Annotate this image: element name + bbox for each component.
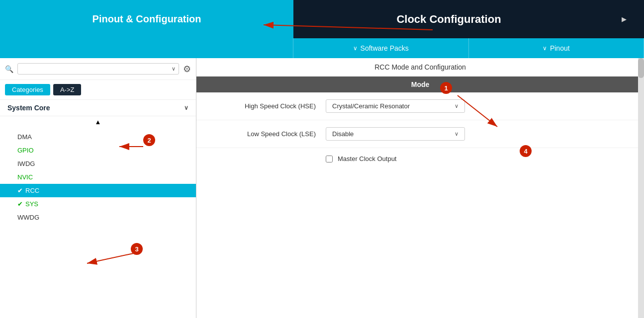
hse-dropdown-arrow: ∨: [455, 103, 459, 109]
lse-value: Disable: [332, 130, 354, 138]
tab-categories[interactable]: Categories: [5, 84, 50, 95]
search-input-box[interactable]: ∨: [17, 63, 179, 75]
master-clock-checkbox[interactable]: [326, 156, 333, 162]
gear-icon[interactable]: ⚙: [183, 64, 191, 75]
expand-arrow-icon: ∨: [184, 104, 188, 111]
search-input[interactable]: [21, 65, 172, 73]
nav-items: DMA GPIO IWDG NVIC ✔ RCC ✔ SYS: [0, 128, 196, 227]
sys-check-icon: ✔: [17, 200, 23, 208]
tab-extra-icon: ▶: [622, 15, 627, 23]
nvic-label: NVIC: [17, 173, 33, 181]
rcc-mode-title: RCC Mode and Configuration: [196, 58, 644, 77]
system-core-label: System Core: [7, 104, 50, 112]
sub-header-right: ∨ Software Packs ∨ Pinout: [293, 38, 644, 58]
right-panel: RCC Mode and Configuration Mode High Spe…: [196, 58, 644, 318]
sidebar-item-dma[interactable]: DMA: [0, 130, 196, 144]
dropdown-arrow-icon[interactable]: ∨: [172, 66, 176, 72]
master-clock-row: Master Clock Output: [196, 148, 644, 169]
category-tabs: Categories A->Z: [0, 80, 196, 99]
lse-dropdown-arrow: ∨: [455, 131, 459, 137]
sub-header-left: [0, 38, 293, 58]
chevron-down-icon-2: ∨: [543, 45, 547, 52]
sidebar-item-iwdg[interactable]: IWDG: [0, 157, 196, 170]
top-header: Pinout & Configuration Clock Configurati…: [0, 0, 644, 38]
hse-config-row: High Speed Clock (HSE) Crystal/Ceramic R…: [196, 92, 644, 120]
lse-select[interactable]: Disable ∨: [326, 127, 465, 141]
tab-pinout-label: Pinout & Configuration: [92, 13, 201, 25]
annotation-4: 4: [520, 145, 532, 157]
tab-az[interactable]: A->Z: [53, 84, 82, 95]
tab-clock-label: Clock Configuration: [396, 13, 501, 26]
annotation-2: 2: [143, 134, 155, 146]
up-arrow-icon: ▲: [95, 118, 101, 126]
annotation-1: 1: [440, 82, 452, 94]
nav-scroll-up[interactable]: ▲: [0, 116, 196, 128]
hse-select[interactable]: Crystal/Ceramic Resonator ∨: [326, 99, 465, 113]
software-packs-tab[interactable]: ∨ Software Packs: [293, 38, 469, 58]
dma-label: DMA: [17, 133, 32, 141]
annotation-3: 3: [131, 243, 143, 255]
sidebar-item-wwdg[interactable]: WWDG: [0, 211, 196, 224]
scrollbar[interactable]: [638, 58, 644, 318]
pinout-label: Pinout: [550, 44, 570, 52]
sidebar-item-rcc[interactable]: ✔ RCC: [0, 184, 196, 197]
lse-label: Low Speed Clock (LSE): [216, 130, 316, 138]
master-clock-label: Master Clock Output: [338, 155, 397, 162]
gpio-label: GPIO: [17, 147, 34, 154]
hse-value: Crystal/Ceramic Resonator: [332, 102, 410, 110]
sys-label: SYS: [25, 200, 38, 208]
software-packs-label: Software Packs: [361, 44, 409, 52]
iwdg-label: IWDG: [17, 160, 35, 167]
tab-clock[interactable]: Clock Configuration: [293, 0, 604, 38]
rcc-check-icon: ✔: [17, 187, 23, 194]
system-core-section[interactable]: System Core ∨: [0, 99, 196, 116]
tab-extra[interactable]: ▶: [604, 0, 644, 38]
scrollbar-thumb[interactable]: [638, 58, 644, 78]
sidebar: 🔍 ∨ ⚙ Categories A->Z System Core ∨: [0, 58, 196, 318]
sub-header: ∨ Software Packs ∨ Pinout: [0, 38, 644, 58]
lse-config-row: Low Speed Clock (LSE) Disable ∨: [196, 120, 644, 148]
tab-pinout[interactable]: Pinout & Configuration: [0, 0, 293, 38]
search-bar: 🔍 ∨ ⚙: [0, 58, 196, 80]
sidebar-item-nvic[interactable]: NVIC: [0, 170, 196, 184]
pinout-tab[interactable]: ∨ Pinout: [469, 38, 644, 58]
rcc-label: RCC: [25, 187, 39, 194]
wwdg-label: WWDG: [17, 214, 39, 221]
sidebar-item-sys[interactable]: ✔ SYS: [0, 197, 196, 211]
chevron-down-icon: ∨: [353, 45, 358, 52]
sidebar-item-gpio[interactable]: GPIO: [0, 144, 196, 157]
mode-header: Mode: [196, 77, 644, 92]
hse-label: High Speed Clock (HSE): [216, 102, 316, 110]
search-icon: 🔍: [5, 65, 13, 73]
main-content: 🔍 ∨ ⚙ Categories A->Z System Core ∨: [0, 58, 644, 318]
